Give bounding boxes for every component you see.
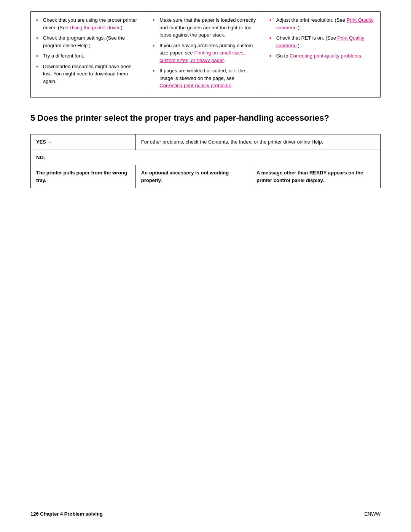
list-item: Go to Correcting print-quality problems. xyxy=(269,52,375,60)
page-footer: 126 Chapter 4 Problem solving ENWW xyxy=(30,511,381,517)
item-text: Adjust the print resolution. (See xyxy=(276,17,347,23)
yes-label-cell: YES → xyxy=(31,134,136,150)
top-table-col1: Check that you are using the proper prin… xyxy=(31,12,147,97)
top-table-col3: Adjust the print resolution. (See Print … xyxy=(264,12,380,97)
item-text: Try a different font. xyxy=(43,53,84,59)
list-item: Check that RET is on. (See Print Quality… xyxy=(269,34,375,49)
list-item: Make sure that the paper is loaded corre… xyxy=(153,16,258,39)
item-text: Go to xyxy=(276,53,290,59)
no-row: NO↓ xyxy=(31,150,381,165)
list-item: Try a different font. xyxy=(36,52,142,60)
footer-right: ENWW xyxy=(364,511,381,517)
list-item: Downloaded resources might have been los… xyxy=(36,63,142,85)
correcting-quality-link-col2[interactable]: Correcting print-quality problems xyxy=(159,83,231,88)
item-text: Check the program settings. (See the pro… xyxy=(43,35,125,48)
option1-cell: The printer pulls paper from the wrong t… xyxy=(31,165,136,188)
list-item: Check the program settings. (See the pro… xyxy=(36,34,142,49)
item-text: If pages are wrinkled or curled, or if t… xyxy=(159,68,245,81)
option3-cell: A message other than READY appears on th… xyxy=(251,165,380,188)
page-content: Check that you are using the proper prin… xyxy=(0,0,411,226)
list-item: Adjust the print resolution. (See Print … xyxy=(269,16,375,31)
yes-row: YES → For other problems, check the Cont… xyxy=(31,134,381,150)
top-table: Check that you are using the proper prin… xyxy=(30,11,381,97)
item-suffix: ) xyxy=(121,25,123,30)
list-item: If you are having problems printing cust… xyxy=(153,42,258,64)
bottom-table: YES → For other problems, check the Cont… xyxy=(30,134,381,188)
options-row: The printer pulls paper from the wrong t… xyxy=(31,165,381,188)
item-suffix: .) xyxy=(296,43,299,48)
section-heading: 5 Does the printer select the proper tra… xyxy=(30,113,381,124)
no-label-cell: NO↓ xyxy=(31,150,381,165)
item-suffix: . xyxy=(361,53,363,59)
item-suffix: .) xyxy=(296,25,299,30)
top-table-col2: Make sure that the paper is loaded corre… xyxy=(147,12,264,97)
yes-description-cell: For other problems, check the Contents, … xyxy=(135,134,380,150)
using-printer-driver-link[interactable]: Using the printer driver. xyxy=(70,25,121,30)
item-suffix: . xyxy=(231,83,233,88)
item-suffix: . xyxy=(224,58,225,63)
list-item: If pages are wrinkled or curled, or if t… xyxy=(153,67,258,89)
option2-cell: An optional accessory is not working pro… xyxy=(135,165,251,188)
item-text: Downloaded resources might have been los… xyxy=(43,64,132,84)
footer-left: 126 Chapter 4 Problem solving xyxy=(30,511,103,517)
correcting-quality-link-col3[interactable]: Correcting print-quality problems xyxy=(290,53,361,59)
item-text: Check that RET is on. (See xyxy=(276,35,338,41)
list-item: Check that you are using the proper prin… xyxy=(36,16,142,31)
item-text: Make sure that the paper is loaded corre… xyxy=(159,17,256,38)
